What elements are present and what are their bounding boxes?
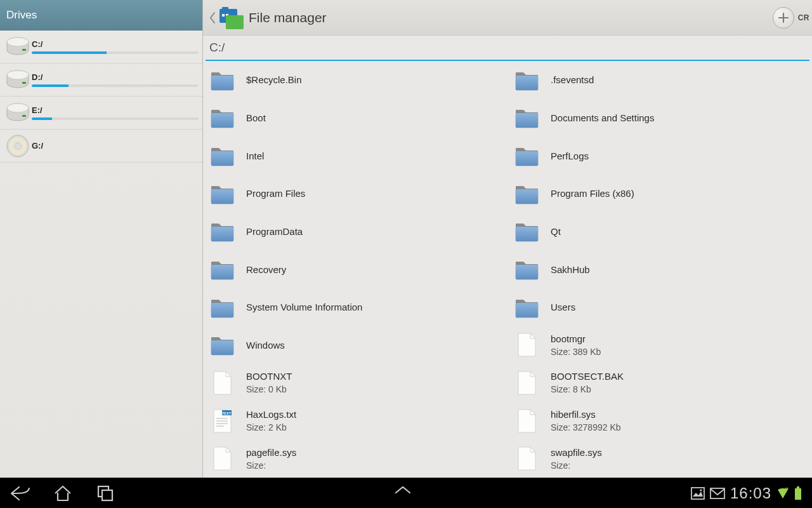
folder-icon — [514, 142, 540, 169]
drive-info: C:/ — [32, 39, 199, 54]
folder-item[interactable]: PerfLogs — [508, 137, 812, 175]
file-name: BOOTNXT — [246, 371, 292, 382]
file-text: System Volume Information — [246, 302, 362, 312]
folder-item[interactable]: $Recycle.Bin — [203, 61, 508, 99]
file-text: Users — [551, 302, 575, 312]
file-name: Recovery — [246, 264, 286, 275]
folder-icon — [514, 67, 540, 93]
create-button[interactable] — [773, 7, 794, 29]
file-item[interactable]: TEXTHaxLogs.txtSize: 2 Kb — [203, 402, 508, 440]
svg-text:TEXT: TEXT — [222, 411, 232, 415]
app-root: Drives C:/D:/E:/G:/ File manager — [0, 0, 812, 478]
nav-expand-button[interactable] — [393, 485, 411, 502]
drive-item-d[interactable]: D:/ — [0, 64, 202, 97]
path-input[interactable] — [206, 36, 809, 61]
folder-item[interactable]: Documents and Settings — [508, 99, 812, 137]
folder-item[interactable]: Users — [508, 288, 812, 326]
file-text: Intel — [246, 150, 264, 161]
folder-item[interactable]: Qt — [508, 213, 812, 251]
svg-rect-52 — [516, 303, 538, 318]
file-text: swapfile.sysSize: — [551, 447, 602, 471]
drive-label: G:/ — [32, 141, 199, 150]
file-text: Windows — [246, 340, 285, 351]
file-text: SakhHub — [551, 264, 590, 275]
file-icon — [514, 370, 540, 396]
file-name: Intel — [246, 150, 264, 161]
folder-item[interactable]: .fseventsd — [508, 61, 812, 99]
file-name: pagefile.sys — [246, 447, 296, 458]
svg-rect-18 — [211, 76, 233, 90]
plus-icon — [778, 12, 789, 23]
folder-item[interactable]: Intel — [203, 137, 508, 175]
file-name: ProgramData — [246, 226, 303, 237]
svg-point-7 — [7, 104, 29, 112]
svg-rect-8 — [22, 115, 26, 117]
back-button[interactable] — [208, 0, 217, 36]
titlebar: File manager CR — [203, 0, 812, 36]
file-name: BOOTSECT.BAK — [551, 371, 624, 382]
svg-rect-54 — [102, 490, 112, 500]
file-name: PerfLogs — [551, 150, 589, 161]
chevron-left-icon — [209, 11, 216, 24]
file-name: .fseventsd — [551, 74, 594, 85]
nav-home-button[interactable] — [53, 485, 71, 502]
wifi-status-icon — [776, 487, 789, 500]
file-column-left: $Recycle.BinBootIntelProgram FilesProgra… — [203, 61, 508, 478]
mail-status-icon — [710, 488, 725, 499]
folder-item[interactable]: Windows — [203, 326, 508, 364]
folder-icon — [209, 256, 236, 283]
folder-item[interactable]: Recovery — [203, 250, 508, 288]
svg-rect-57 — [710, 488, 724, 498]
battery-status-icon — [794, 486, 802, 500]
drive-info: D:/ — [32, 72, 199, 87]
drive-label: E:/ — [32, 105, 199, 115]
file-name: $Recycle.Bin — [246, 74, 302, 85]
svg-point-56 — [700, 489, 702, 491]
file-item[interactable]: hiberfil.sysSize: 3278992 Kb — [508, 402, 812, 440]
svg-rect-20 — [211, 113, 233, 128]
drive-item-g[interactable]: G:/ — [0, 130, 202, 163]
folder-item[interactable]: System Volume Information — [203, 288, 508, 326]
folder-icon — [209, 218, 236, 244]
svg-rect-28 — [211, 265, 233, 279]
svg-rect-44 — [516, 151, 538, 166]
file-item[interactable]: BOOTSECT.BAKSize: 8 Kb — [508, 364, 812, 402]
file-column-right: .fseventsdDocuments and SettingsPerfLogs… — [508, 61, 812, 478]
svg-point-4 — [7, 70, 29, 79]
folder-item[interactable]: Program Files (x86) — [508, 175, 812, 213]
svg-rect-15 — [226, 15, 244, 29]
file-item[interactable]: bootmgrSize: 389 Kb — [508, 326, 812, 364]
svg-rect-26 — [211, 227, 233, 241]
file-grid[interactable]: $Recycle.BinBootIntelProgram FilesProgra… — [203, 61, 812, 478]
file-name: HaxLogs.txt — [246, 409, 296, 420]
file-name: Boot — [246, 112, 266, 123]
file-text: BOOTSECT.BAKSize: 8 Kb — [551, 371, 624, 394]
drive-item-c[interactable]: C:/ — [0, 30, 202, 64]
drive-info: G:/ — [32, 141, 199, 150]
folder-icon — [209, 67, 236, 93]
status-clock: 16:03 — [730, 485, 771, 502]
nav-back-button[interactable] — [10, 485, 28, 502]
nav-recent-button[interactable] — [96, 485, 114, 502]
svg-rect-16 — [222, 7, 228, 10]
file-item[interactable]: swapfile.sysSize: — [508, 439, 812, 478]
folder-item[interactable]: Program Files — [203, 175, 508, 213]
hdd-icon — [4, 99, 32, 127]
svg-rect-24 — [211, 189, 233, 204]
svg-rect-30 — [211, 303, 233, 318]
svg-rect-13 — [222, 14, 225, 17]
folder-icon — [514, 218, 540, 244]
folder-item[interactable]: ProgramData — [203, 213, 508, 251]
file-item[interactable]: pagefile.sysSize: — [203, 439, 508, 478]
file-text: .fseventsd — [551, 74, 594, 85]
file-text: Program Files (x86) — [551, 188, 634, 199]
drive-item-e[interactable]: E:/ — [0, 97, 202, 130]
folder-item[interactable]: SakhHub — [508, 250, 812, 288]
file-icon — [209, 370, 236, 396]
file-item[interactable]: BOOTNXTSize: 0 Kb — [203, 364, 508, 402]
file-text: hiberfil.sysSize: 3278992 Kb — [551, 409, 621, 432]
path-bar — [203, 36, 812, 61]
svg-point-1 — [7, 37, 29, 46]
drive-info: E:/ — [32, 105, 199, 120]
folder-item[interactable]: Boot — [203, 99, 508, 137]
